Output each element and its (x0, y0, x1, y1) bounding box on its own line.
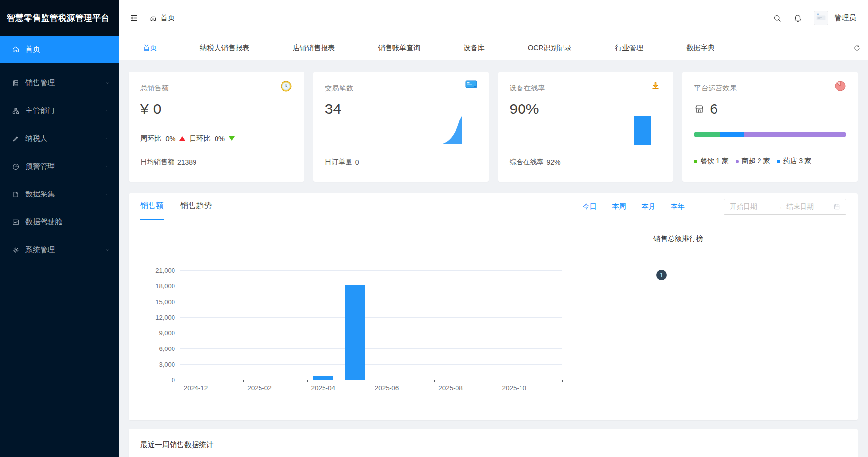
sales-bar-chart: 03,0006,0009,00012,00015,00018,00021,000… (129, 193, 858, 420)
chart-y-tick-label: 0 (146, 376, 175, 384)
arrow-up-icon (179, 136, 185, 141)
sidebar-item-label: 数据驾驶舱 (25, 218, 62, 227)
chevron-down-icon (105, 247, 110, 253)
progress-segment (694, 132, 720, 137)
chart-x-label: 2025-08 (438, 384, 463, 392)
stat-card-transactions: 交易笔数 34 日订单量 0 (313, 72, 489, 182)
stat-title: 交易笔数 (325, 84, 477, 93)
chart-x-tick (371, 380, 371, 382)
legend: 餐饮 1 家 商超 2 家 药店 3 家 (694, 157, 811, 166)
weekly-stats-title: 最近一周销售数据统计 (140, 440, 846, 450)
stat-value-number: 6 (710, 101, 718, 117)
nav-tab-0[interactable]: 首页 (143, 44, 157, 53)
stat-title: 平台运营效果 (694, 84, 846, 93)
nav-tabs: 首页纳税人销售报表店铺销售报表销售账单查询设备库OCR识别记录行业管理数据字典 (143, 44, 846, 53)
gauge-icon (12, 163, 20, 171)
chart-x-tick (562, 380, 563, 382)
chart-x-label: 2025-02 (247, 384, 272, 392)
chevron-down-icon (105, 192, 110, 197)
chart-bar[interactable] (313, 376, 333, 380)
stat-value-number: 90% (510, 101, 539, 117)
app-title: 智慧零售监管税源管理平台 (7, 12, 109, 23)
home-icon (150, 14, 157, 22)
header: 首页 管理员 (119, 0, 868, 36)
nav-tab-3[interactable]: 销售账单查询 (378, 44, 421, 53)
trend-row: 周环比 0% 日环比 0% (140, 134, 235, 143)
chart-y-tick-label: 3,000 (146, 361, 175, 368)
progress-segment (744, 132, 846, 137)
chart-gridline (180, 333, 562, 333)
legend-item: 药店 3 家 (777, 157, 811, 166)
sidebar-item-department[interactable]: 主管部门 (0, 97, 119, 125)
sidebar-item-label: 销售管理 (25, 78, 55, 87)
sidebar-item-cockpit[interactable]: 数据驾驶舱 (0, 208, 119, 236)
download-icon (650, 80, 661, 91)
bank-card-icon (465, 80, 477, 89)
chart-gridline (180, 270, 562, 271)
progress-segment (720, 132, 744, 137)
stat-footer: 日订单量 0 (325, 158, 359, 167)
mini-bar-chart (634, 116, 651, 145)
sidebar-item-taxpayer[interactable]: 纳税人 (0, 125, 119, 152)
chart-y-tick-label: 6,000 (146, 345, 175, 352)
gear-icon (12, 246, 20, 254)
trend-label: 日环比 (189, 134, 211, 143)
nav-tab-4[interactable]: 设备库 (464, 44, 485, 53)
user-name[interactable]: 管理员 (834, 13, 856, 22)
arrow-down-icon (229, 136, 235, 141)
sidebar-item-home[interactable]: 首页 (0, 36, 119, 63)
segmented-progress-bar (694, 132, 846, 137)
chart-gridline (180, 364, 562, 365)
chart-x-tick (180, 380, 180, 382)
chart-y-tick-label: 12,000 (146, 314, 175, 321)
chart-gridline (180, 302, 562, 302)
divider (140, 150, 292, 150)
sidebar-item-system[interactable]: 系统管理 (0, 236, 119, 264)
avatar[interactable] (814, 11, 828, 25)
chart-y-tick-label: 18,000 (146, 283, 175, 290)
sidebar: 智慧零售监管税源管理平台 首页销售管理主管部门纳税人预警管理数据采集数据驾驶舱系… (0, 0, 119, 457)
sidebar-item-label: 首页 (25, 45, 40, 54)
nav-tab-5[interactable]: OCR识别记录 (528, 44, 572, 53)
refresh-icon[interactable] (846, 36, 868, 60)
weekly-stats-card: 最近一周销售数据统计 (129, 429, 858, 457)
sidebar-item-collect[interactable]: 数据采集 (0, 180, 119, 208)
legend-dot (736, 160, 739, 163)
rank-badge: 1 (656, 270, 667, 280)
clock-icon (280, 80, 292, 92)
chart-y-tick-label: 21,000 (146, 267, 175, 274)
nav-tab-1[interactable]: 纳税人销售报表 (200, 44, 250, 53)
nav-tab-7[interactable]: 数据字典 (686, 44, 715, 53)
ranking-title: 销售总额排行榜 (653, 234, 703, 243)
chart-y-tick-label: 15,000 (146, 298, 175, 305)
nav-tab-2[interactable]: 店铺销售报表 (293, 44, 335, 53)
stat-title: 设备在线率 (510, 84, 662, 93)
stat-value-number: 34 (325, 101, 341, 117)
search-icon[interactable] (773, 14, 781, 22)
divider (510, 150, 662, 150)
sidebar-menu: 首页销售管理主管部门纳税人预警管理数据采集数据驾驶舱系统管理 (0, 36, 119, 264)
shop-icon (694, 104, 705, 114)
stat-card-total-sales: 总销售额 ¥ 0 周环比 0% 日环比 0% 日均销售额 21389 (129, 72, 304, 182)
menu-fold-icon[interactable] (130, 13, 139, 22)
currency-prefix: ¥ (140, 101, 149, 117)
pen-icon (12, 135, 20, 143)
sales-ranking: 销售总额排行榜 1 (653, 234, 703, 280)
legend-item: 餐饮 1 家 (694, 157, 729, 166)
chart-bar[interactable] (345, 285, 365, 380)
chart-x-label: 2024-12 (184, 384, 208, 392)
chevron-down-icon (105, 80, 110, 86)
nav-tabbar: 首页纳税人销售报表店铺销售报表销售账单查询设备库OCR识别记录行业管理数据字典 (119, 36, 868, 60)
breadcrumb[interactable]: 首页 (150, 13, 174, 22)
mini-area-chart (440, 115, 463, 145)
legend-dot (694, 160, 697, 163)
line-chart-icon (12, 218, 20, 226)
chart-gridline (180, 348, 562, 349)
stat-footer: 综合在线率 92% (510, 158, 561, 167)
sidebar-item-sales[interactable]: 销售管理 (0, 69, 119, 97)
trend-value: 0% (215, 135, 225, 143)
sidebar-item-warning[interactable]: 预警管理 (0, 152, 119, 180)
notification-icon[interactable] (793, 14, 802, 22)
chart-gridline (180, 286, 562, 286)
nav-tab-6[interactable]: 行业管理 (615, 44, 643, 53)
